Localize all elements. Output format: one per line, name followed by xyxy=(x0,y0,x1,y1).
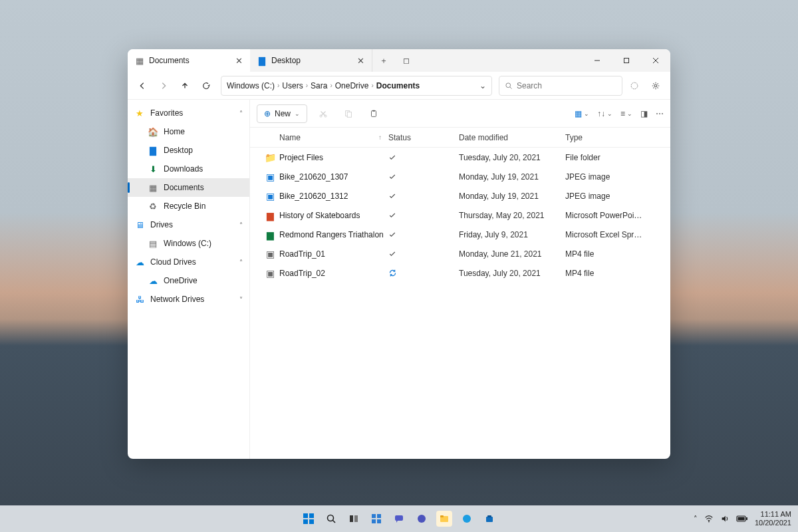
breadcrumb-dropdown-icon[interactable]: ⌄ xyxy=(479,81,486,90)
wifi-icon[interactable] xyxy=(704,514,714,523)
onedrive-icon: ☁ xyxy=(148,276,158,286)
file-explorer-taskbar-button[interactable] xyxy=(436,511,452,527)
close-button[interactable] xyxy=(641,49,670,72)
file-row[interactable]: ▆History of SkateboardsThursday, May 20,… xyxy=(250,205,670,225)
up-button[interactable] xyxy=(176,76,194,95)
maximize-button[interactable] xyxy=(612,49,641,72)
file-status-icon xyxy=(388,250,459,258)
file-name: RoadTrip_02 xyxy=(279,269,388,278)
search-icon xyxy=(505,82,513,90)
edge-button[interactable] xyxy=(459,511,475,527)
close-tab-button[interactable]: ✕ xyxy=(234,56,243,66)
widgets-button[interactable] xyxy=(368,511,384,527)
column-header-status[interactable]: Status xyxy=(388,133,459,142)
new-button-label: New xyxy=(275,109,291,118)
breadcrumb-segment[interactable]: Documents xyxy=(376,81,420,90)
start-button[interactable] xyxy=(301,511,317,527)
sidebar-item-downloads[interactable]: ⬇Downloads xyxy=(128,160,249,178)
file-icon: ▣ xyxy=(261,191,279,201)
svg-rect-23 xyxy=(309,513,314,518)
file-type: JPEG image xyxy=(565,172,670,182)
breadcrumb-segment[interactable]: OneDrive xyxy=(335,81,369,90)
chat-button[interactable] xyxy=(391,511,407,527)
sidebar-item-home[interactable]: 🏠Home xyxy=(128,122,249,141)
file-row[interactable]: ▣RoadTrip_02Tuesday, July 20, 2021MP4 fi… xyxy=(250,263,670,283)
column-header-name[interactable]: Name ↑ xyxy=(279,133,388,142)
file-list-pane: ⊕ New ⌄ ▦⌄ ↑↓⌄ ≡⌄ ◨ ⋯ Name xyxy=(250,100,670,459)
volume-icon[interactable] xyxy=(720,514,730,523)
svg-rect-20 xyxy=(372,110,376,116)
file-row[interactable]: ▣RoadTrip_01Monday, June 21, 2021MP4 fil… xyxy=(250,244,670,263)
file-type: MP4 file xyxy=(565,269,670,278)
chevron-up-icon[interactable]: ˄ xyxy=(239,110,243,117)
breadcrumb-segment[interactable]: Sara xyxy=(311,81,327,90)
sidebar-section-network-drives[interactable]: 🖧 Network Drives ˅ xyxy=(128,290,249,309)
breadcrumb[interactable]: Windows (C:)› Users› Sara› OneDrive› Doc… xyxy=(221,76,492,96)
teams-button[interactable] xyxy=(414,511,430,527)
back-button[interactable] xyxy=(133,76,152,95)
new-button[interactable]: ⊕ New ⌄ xyxy=(257,104,307,123)
settings-icon[interactable] xyxy=(646,76,665,95)
column-header-date-modified[interactable]: Date modified xyxy=(459,133,565,142)
file-type: JPEG image xyxy=(565,192,670,201)
copy-button[interactable] xyxy=(339,104,358,123)
sidebar-section-cloud-drives[interactable]: ☁ Cloud Drives ˄ xyxy=(128,253,249,271)
star-icon: ★ xyxy=(134,108,145,118)
sidebar-section-drives[interactable]: 🖥 Drives ˄ xyxy=(128,215,249,234)
store-button[interactable] xyxy=(481,511,497,527)
clock[interactable]: 11:11 AM 10/20/2021 xyxy=(755,510,791,527)
battery-icon[interactable] xyxy=(736,515,748,523)
file-row[interactable]: ▣Bike_210620_1307Monday, July 19, 2021JP… xyxy=(250,167,670,186)
tab-documents[interactable]: ▦ Documents ✕ xyxy=(128,49,250,72)
search-input[interactable] xyxy=(517,81,616,90)
chevron-up-icon[interactable]: ˄ xyxy=(239,221,243,229)
column-header-type[interactable]: Type xyxy=(565,133,670,142)
svg-rect-44 xyxy=(746,517,747,520)
svg-point-12 xyxy=(506,82,511,87)
svg-rect-24 xyxy=(303,519,308,524)
file-row[interactable]: ▣Bike_210620_1312Monday, July 19, 2021JP… xyxy=(250,186,670,205)
sort-order-button[interactable]: ↑↓⌄ xyxy=(597,109,612,118)
forward-button[interactable] xyxy=(154,76,173,95)
sort-button[interactable]: ▦⌄ xyxy=(575,109,589,118)
sidebar-section-favorites[interactable]: ★ Favorites ˄ xyxy=(128,104,249,122)
sidebar-item-windows-c[interactable]: ▤Windows (C:) xyxy=(128,234,249,253)
svg-line-27 xyxy=(333,521,336,523)
sidebar-item-onedrive[interactable]: ☁OneDrive xyxy=(128,271,249,290)
close-tab-button[interactable]: ✕ xyxy=(356,56,365,66)
breadcrumb-segment[interactable]: Users xyxy=(282,81,303,90)
sidebar-section-label: Drives xyxy=(150,220,173,229)
sidebar-item-desktop[interactable]: ▇Desktop xyxy=(128,141,249,160)
chevron-right-icon: › xyxy=(371,82,373,89)
task-view-button[interactable] xyxy=(346,511,362,527)
more-button[interactable]: ⋯ xyxy=(656,109,664,118)
downloads-icon: ⬇ xyxy=(148,164,158,174)
sidebar-item-recycle-bin[interactable]: ♻Recycle Bin xyxy=(128,197,249,215)
minimize-button[interactable] xyxy=(583,49,612,72)
tab-overview-button[interactable]: ◻ xyxy=(395,56,418,65)
sync-status-icon[interactable] xyxy=(625,76,644,95)
svg-rect-37 xyxy=(440,515,444,517)
chevron-down-icon[interactable]: ˅ xyxy=(239,296,243,303)
tray-overflow-icon[interactable]: ˄ xyxy=(694,515,698,523)
view-button[interactable]: ≡⌄ xyxy=(620,109,632,118)
chevron-right-icon: › xyxy=(306,82,308,89)
file-date: Monday, July 19, 2021 xyxy=(459,172,565,182)
paste-button[interactable] xyxy=(364,104,383,123)
tab-desktop[interactable]: ▇ Desktop ✕ xyxy=(250,49,372,72)
recycle-bin-icon: ♻ xyxy=(148,201,158,211)
new-tab-button[interactable]: ＋ xyxy=(372,55,395,66)
breadcrumb-segment[interactable]: Windows (C:) xyxy=(227,81,275,90)
sidebar-item-documents[interactable]: ▦Documents xyxy=(128,178,249,197)
refresh-button[interactable] xyxy=(197,76,215,95)
file-row[interactable]: ▆Redmond Rangers TriathalonFriday, July … xyxy=(250,225,670,244)
file-row[interactable]: 📁Project FilesTuesday, July 20, 2021File… xyxy=(250,148,670,167)
search-box[interactable] xyxy=(499,76,622,96)
svg-point-35 xyxy=(418,515,426,523)
details-pane-button[interactable]: ◨ xyxy=(640,109,648,118)
svg-point-15 xyxy=(654,84,657,87)
search-button[interactable] xyxy=(323,511,339,527)
cut-button[interactable] xyxy=(314,104,332,123)
svg-rect-34 xyxy=(395,515,403,521)
chevron-up-icon[interactable]: ˄ xyxy=(239,259,243,266)
